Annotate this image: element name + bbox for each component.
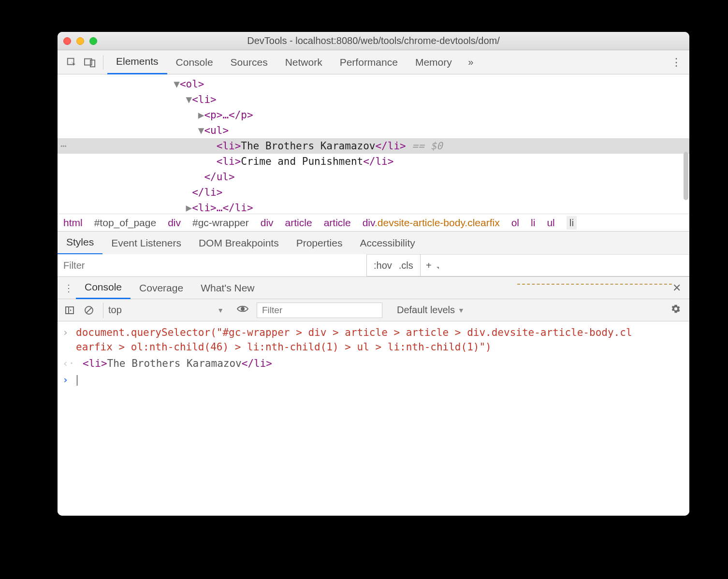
svg-rect-3 [66,307,73,314]
breadcrumb-item[interactable]: li [531,217,535,229]
breadcrumb-item[interactable]: article [285,217,312,229]
titlebar: DevTools - localhost:8080/web/tools/chro… [58,32,689,50]
tree-row-selected[interactable]: ⋯ <li>The Brothers Karamazov</li> == $0 [58,138,689,154]
cls-button[interactable]: .cls [399,260,413,271]
chevron-down-icon: ▼ [458,306,465,314]
tree-row[interactable]: ▶<p>…</p> [58,107,689,123]
tab-console[interactable]: Console [167,50,222,74]
console-settings-icon[interactable] [667,304,684,317]
main-menu-icon[interactable]: ⋮ [668,56,684,69]
breadcrumb-item[interactable]: ol [511,217,519,229]
styles-filter-bar: :hov .cls + [58,254,689,276]
context-label: top [108,304,122,316]
console-prompt[interactable] [76,373,77,387]
main-toolbar: Elements Console Sources Network Perform… [58,50,689,74]
console-command: document.querySelector("#gc-wrapper > di… [76,325,637,354]
breadcrumb-item[interactable]: html [63,217,83,229]
chevron-left-icon: ‹· [62,356,71,371]
tabs-overflow-icon[interactable]: » [463,57,479,68]
styles-tab-eventlisteners[interactable]: Event Listeners [102,232,190,255]
svg-rect-2 [90,60,95,67]
context-selector[interactable]: top ▼ [103,303,229,318]
svg-line-6 [86,307,92,313]
console-output-row: ‹· <li>The Brothers Karamazov</li> [62,355,684,372]
hov-button[interactable]: :hov [374,260,392,271]
styles-tabs: Styles Event Listeners DOM Breakpoints P… [58,231,689,254]
levels-label: Default levels [397,304,455,316]
live-expression-icon[interactable] [233,304,252,316]
console-filter-input[interactable] [257,303,382,318]
devtools-window: DevTools - localhost:8080/web/tools/chro… [58,32,689,516]
breadcrumb-item-selected[interactable]: li [567,216,577,230]
drawer-menu-icon[interactable]: ⋮ [61,282,76,294]
tree-row[interactable]: ▶<li>…</li> [58,200,689,214]
breadcrumb-item[interactable]: #gc-wrapper [192,217,249,229]
scrollbar[interactable] [684,152,688,200]
styles-tab-accessibility[interactable]: Accessibility [351,232,423,255]
breadcrumb-item[interactable]: div [168,217,181,229]
divider [103,55,103,70]
styles-tab-properties[interactable]: Properties [288,232,351,255]
console-output[interactable]: <li>The Brothers Karamazov</li> [76,356,272,371]
tab-performance[interactable]: Performance [331,50,407,74]
console-body[interactable]: › document.querySelector("#gc-wrapper > … [58,321,689,516]
svg-point-7 [241,307,244,310]
window-title: DevTools - localhost:8080/web/tools/chro… [58,35,689,46]
breadcrumb-item[interactable]: div [261,217,274,229]
styles-filter-input[interactable] [58,254,367,276]
log-levels-selector[interactable]: Default levels ▼ [397,304,465,316]
drawer-tab-whatsnew[interactable]: What's New [192,277,263,299]
tab-memory[interactable]: Memory [407,50,461,74]
chevron-right-icon: › [62,325,71,340]
drawer-tab-console[interactable]: Console [76,277,131,299]
selected-indicator-icon: ⋯ [60,138,67,154]
tree-row[interactable]: ▼<ol> [58,76,689,92]
inspect-icon[interactable] [62,53,81,72]
breadcrumb-item[interactable]: div.devsite-article-body.clearfix [363,217,500,229]
chevron-right-icon: › [62,373,71,387]
tab-network[interactable]: Network [277,50,331,74]
drawer-tabs: ⋮ Console Coverage What's New ✕ [58,277,689,299]
tree-row[interactable]: <li>Crime and Punishment</li> [58,154,689,169]
add-rule-button[interactable]: + [421,260,440,271]
elements-tree[interactable]: ▼<ol> ▼<li> ▶<p>…</p> ▼<ul> ⋯ <li>The Br… [58,74,689,214]
tree-row[interactable]: </ul> [58,169,689,185]
chevron-down-icon: ▼ [217,306,224,314]
styles-tab-dombreakpoints[interactable]: DOM Breakpoints [190,232,288,255]
breadcrumb-item[interactable]: article [324,217,351,229]
console-toolbar: top ▼ Default levels ▼ [58,299,689,321]
tree-row[interactable]: ▼<li> [58,92,689,107]
clear-console-icon[interactable] [82,303,96,318]
device-toggle-icon[interactable] [81,53,99,72]
tab-elements[interactable]: Elements [107,50,167,74]
drawer: ⋮ Console Coverage What's New ✕ top ▼ De… [58,276,689,516]
console-sidebar-toggle-icon[interactable] [62,303,77,318]
styles-tab-styles[interactable]: Styles [58,232,102,255]
tab-sources[interactable]: Sources [222,50,277,74]
tree-row[interactable]: ▼<ul> [58,123,689,138]
console-input-row: › document.querySelector("#gc-wrapper > … [62,324,684,355]
console-prompt-row[interactable]: › [62,372,684,388]
breadcrumb-item[interactable]: #top_of_page [94,217,156,229]
breadcrumb: html #top_of_page div #gc-wrapper div ar… [58,214,689,231]
drawer-tab-coverage[interactable]: Coverage [131,277,192,299]
breadcrumb-item[interactable]: ul [547,217,554,229]
tree-row[interactable]: </li> [58,185,689,200]
hov-cls-buttons: :hov .cls [367,254,421,276]
